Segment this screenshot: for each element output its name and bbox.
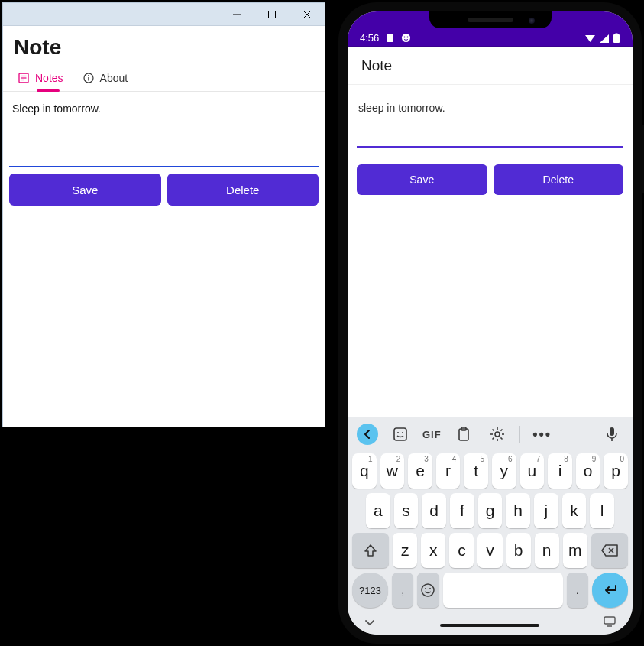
nav-bar: [348, 610, 633, 630]
kb-key-i[interactable]: i8: [548, 453, 572, 489]
note-input[interactable]: [9, 96, 319, 167]
kb-key-j[interactable]: j: [534, 493, 558, 528]
kb-enter-key[interactable]: [592, 573, 628, 608]
maximize-button[interactable]: [254, 3, 290, 26]
svg-rect-31: [610, 427, 614, 436]
kb-clipboard-icon[interactable]: [452, 424, 475, 444]
phone-save-button[interactable]: Save: [357, 164, 487, 195]
save-button[interactable]: Save: [9, 174, 161, 206]
notes-icon: [18, 73, 29, 83]
svg-point-18: [397, 432, 399, 433]
tab-notes-label: Notes: [35, 72, 63, 84]
svg-rect-15: [613, 34, 620, 43]
svg-point-13: [404, 37, 406, 38]
kb-key-u[interactable]: u7: [520, 453, 545, 489]
svg-point-35: [422, 584, 434, 596]
kb-key-k[interactable]: k: [562, 493, 587, 528]
gesture-pill[interactable]: [440, 624, 539, 627]
info-icon: [83, 73, 94, 83]
kb-key-o[interactable]: o9: [576, 453, 600, 489]
phone-device-frame: 4:56 Note: [338, 2, 642, 644]
kb-key-r[interactable]: r4: [436, 453, 461, 489]
close-button[interactable]: [290, 3, 325, 26]
kb-key-g[interactable]: g: [478, 493, 503, 528]
phone-app-title: Note: [348, 47, 633, 85]
kb-key-w[interactable]: w2: [380, 453, 405, 489]
phone-note-input[interactable]: [357, 91, 623, 148]
soft-keyboard: GIF ••• q1w2e3r4t5y6u7i8o9p0 asdfghjkl: [348, 417, 633, 635]
phone-screen: 4:56 Note: [348, 11, 633, 635]
kb-key-q[interactable]: q1: [352, 453, 377, 489]
app-title: Note: [3, 26, 325, 66]
svg-point-9: [88, 75, 89, 76]
kb-dock-icon[interactable]: [604, 616, 616, 630]
kb-key-z[interactable]: z: [393, 533, 417, 568]
phone-power-button: [641, 125, 644, 193]
kb-key-x[interactable]: x: [421, 533, 445, 568]
kb-key-f[interactable]: f: [450, 493, 474, 528]
tab-notes[interactable]: Notes: [18, 66, 63, 91]
kb-row-1: q1w2e3r4t5y6u7i8o9p0: [348, 451, 633, 491]
kb-key-n[interactable]: n: [535, 533, 559, 568]
kb-gear-icon[interactable]: [486, 424, 509, 444]
kb-key-t[interactable]: t5: [464, 453, 488, 489]
phone-notch: [429, 11, 552, 28]
kb-separator: [519, 426, 520, 443]
svg-line-28: [500, 437, 502, 439]
kb-space-key[interactable]: [443, 573, 563, 608]
kb-mic-icon[interactable]: [600, 424, 623, 444]
kb-key-e[interactable]: e3: [408, 453, 432, 489]
kb-period-key[interactable]: .: [567, 573, 588, 608]
svg-line-27: [492, 430, 494, 431]
status-time: 4:56: [360, 32, 379, 44]
face-icon: [401, 33, 411, 43]
doc-icon: [385, 33, 395, 43]
kb-collapse-icon[interactable]: [364, 616, 375, 630]
kb-key-v[interactable]: v: [477, 533, 502, 568]
minimize-button[interactable]: [219, 3, 254, 26]
svg-point-22: [495, 432, 500, 437]
phone-delete-button[interactable]: Delete: [494, 164, 624, 195]
svg-rect-16: [616, 34, 618, 35]
svg-line-29: [492, 437, 494, 439]
kb-key-s[interactable]: s: [394, 493, 419, 528]
svg-point-12: [402, 34, 410, 42]
button-row: Save Delete: [3, 167, 325, 212]
tab-about-label: About: [100, 72, 128, 84]
kb-key-p[interactable]: p0: [604, 453, 628, 489]
kb-emoji-key[interactable]: [417, 573, 439, 608]
svg-point-14: [407, 37, 409, 38]
keyboard-toolbar: GIF •••: [348, 417, 633, 451]
battery-icon: [613, 33, 620, 44]
kb-comma-key[interactable]: ,: [392, 573, 413, 608]
kb-more-icon[interactable]: •••: [531, 424, 554, 444]
signal-icon: [599, 34, 610, 44]
tab-bar: Notes About: [3, 66, 325, 92]
kb-shift-key[interactable]: [352, 533, 389, 568]
kb-row-2: asdfghjkl: [348, 491, 633, 531]
svg-rect-1: [269, 11, 276, 18]
kb-key-c[interactable]: c: [449, 533, 474, 568]
kb-key-h[interactable]: h: [506, 493, 530, 528]
wifi-icon: [584, 34, 596, 44]
svg-point-37: [429, 588, 431, 589]
kb-gif-icon[interactable]: GIF: [422, 424, 442, 444]
kb-symbols-key[interactable]: ?123: [352, 573, 388, 608]
svg-point-36: [425, 588, 426, 589]
svg-point-19: [402, 432, 403, 433]
svg-rect-38: [604, 617, 615, 624]
desktop-app-window: Note Notes About Save Delete: [2, 2, 325, 427]
kb-key-b[interactable]: b: [506, 533, 531, 568]
tab-about[interactable]: About: [83, 66, 128, 91]
kb-key-l[interactable]: l: [590, 493, 614, 528]
kb-key-a[interactable]: a: [366, 493, 390, 528]
kb-key-d[interactable]: d: [422, 493, 446, 528]
window-titlebar: [3, 3, 325, 26]
kb-sticker-icon[interactable]: [389, 424, 412, 444]
svg-rect-17: [394, 428, 406, 440]
kb-key-y[interactable]: y6: [492, 453, 516, 489]
delete-button[interactable]: Delete: [167, 174, 319, 206]
kb-backspace-key[interactable]: [591, 533, 628, 568]
kb-key-m[interactable]: m: [563, 533, 587, 568]
kb-back-icon[interactable]: [357, 424, 378, 445]
